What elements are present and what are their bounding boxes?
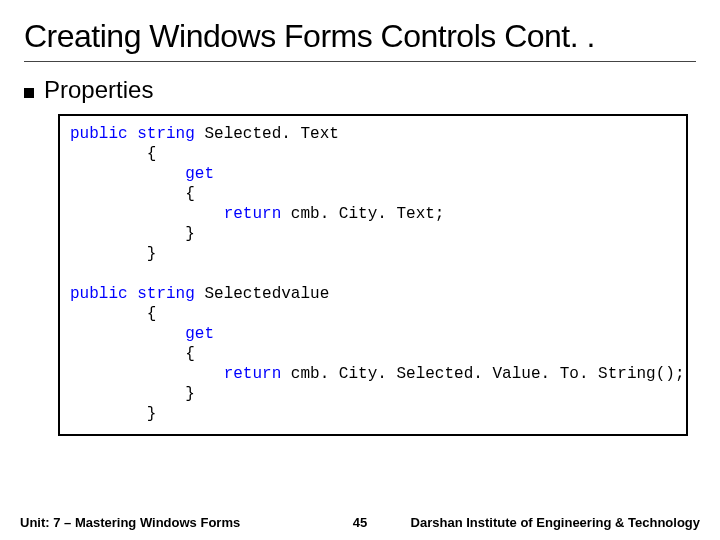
slide: Creating Windows Forms Controls Cont. . … xyxy=(0,0,720,540)
bullet-item: Properties xyxy=(24,76,696,104)
code-pad xyxy=(70,325,185,343)
code-pad xyxy=(70,165,185,183)
code-rest: cmb. City. Selected. Value. To. String()… xyxy=(281,365,684,383)
kw-return: return xyxy=(224,205,282,223)
code-line: { xyxy=(70,145,156,163)
code-line: } xyxy=(70,385,195,403)
footer: Unit: 7 – Mastering Windows Forms 45 Dar… xyxy=(0,515,720,530)
typ-string: string xyxy=(128,125,205,143)
code-line: { xyxy=(70,185,195,203)
kw-return: return xyxy=(224,365,282,383)
prop-name-1: Selected. Text xyxy=(204,125,338,143)
code-line: { xyxy=(70,345,195,363)
kw-get: get xyxy=(185,165,214,183)
code-pad xyxy=(70,205,224,223)
footer-page-number: 45 xyxy=(330,515,390,530)
footer-institute: Darshan Institute of Engineering & Techn… xyxy=(390,515,700,530)
typ-string: string xyxy=(128,285,205,303)
code-block: public string Selected. Text { get { ret… xyxy=(58,114,688,436)
code-line: } xyxy=(70,405,156,423)
code-line: } xyxy=(70,225,195,243)
code-line: } xyxy=(70,245,156,263)
kw-public: public xyxy=(70,125,128,143)
bullet-icon xyxy=(24,88,34,98)
kw-get: get xyxy=(185,325,214,343)
kw-public: public xyxy=(70,285,128,303)
code-pad xyxy=(70,365,224,383)
title-divider xyxy=(24,61,696,62)
prop-name-2: Selectedvalue xyxy=(204,285,329,303)
code-line: { xyxy=(70,305,156,323)
page-title: Creating Windows Forms Controls Cont. . xyxy=(24,18,696,55)
code-content: public string Selected. Text { get { ret… xyxy=(70,124,676,424)
code-rest: cmb. City. Text; xyxy=(281,205,444,223)
bullet-text: Properties xyxy=(44,76,153,104)
footer-unit: Unit: 7 – Mastering Windows Forms xyxy=(20,515,330,530)
